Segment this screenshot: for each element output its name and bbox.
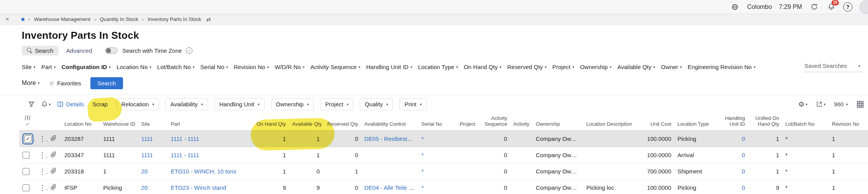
cell-handling-unit-id-link[interactable]: 0 xyxy=(742,184,745,191)
filter-chip-engineering-revision-no[interactable]: Engineering Revision No▾ xyxy=(688,64,755,70)
cell-serial-no-link[interactable]: * xyxy=(421,168,424,175)
filter-chip-site[interactable]: Site▾ xyxy=(22,64,35,70)
col-availability-control[interactable]: Availability Control xyxy=(361,113,418,131)
filter-chip-available-qty[interactable]: Available Qty▾ xyxy=(617,64,655,70)
timezone-toggle[interactable] xyxy=(105,47,118,54)
filter-chip-owner[interactable]: Owner▾ xyxy=(661,64,682,70)
col-warehouse-id[interactable]: Warehouse ID xyxy=(100,113,138,131)
cell-handling-unit-id-link[interactable]: 0 xyxy=(742,135,745,142)
availability-menu-button[interactable]: Availability▾ xyxy=(165,98,208,110)
filter-chip-handling-unit-id[interactable]: Handling Unit ID▾ xyxy=(366,64,412,70)
row-checkbox-checked[interactable]: ✓ xyxy=(24,135,31,142)
col-project[interactable]: Project xyxy=(457,113,482,131)
table-row[interactable]: ⋮ 203318 1 20 ETO10 - WINCH, 10 tons 1 0… xyxy=(19,163,868,180)
sync-user-icon[interactable] xyxy=(809,2,819,12)
col-reserved-qty[interactable]: Reserved Qty xyxy=(323,113,361,131)
breadcrumb-item-inventory-parts-in-stock[interactable]: Inventory Parts In Stock xyxy=(148,16,201,22)
filter-chip-reserved-qty[interactable]: Reserved Qty▾ xyxy=(507,64,546,70)
col-location-no[interactable]: Location No xyxy=(61,113,100,131)
cell-availability-control-link[interactable]: DE04 - Alle Teile g… xyxy=(364,184,418,191)
filter-chip-on-hand-qty[interactable]: On Hand Qty▾ xyxy=(464,64,501,70)
saved-searches-dropdown[interactable]: Saved Searches ▾ xyxy=(804,62,863,72)
col-unit-cost[interactable]: Unit Cost xyxy=(634,113,674,131)
cell-part-link[interactable]: 1111 - 1111 xyxy=(171,135,199,142)
close-icon[interactable]: × xyxy=(5,16,9,23)
project-menu-button[interactable]: Project▾ xyxy=(320,98,353,110)
col-serial-no[interactable]: Serial No xyxy=(418,113,457,131)
col-handling-unit-id[interactable]: Handling Unit ID xyxy=(719,113,748,131)
grid-view-icon[interactable] xyxy=(856,100,864,108)
filter-chip-revision-no[interactable]: Revision No▾ xyxy=(234,64,269,70)
attachment-paperclip-icon[interactable] xyxy=(50,135,57,141)
table-row[interactable]: ⋮ IFSP Picking 20 ETO23 - Winch stand 9 … xyxy=(19,180,868,194)
row-menu-icon[interactable]: ⋮ xyxy=(39,135,47,143)
col-activity[interactable]: Activity xyxy=(510,113,533,131)
tab-advanced[interactable]: Advanced xyxy=(66,47,92,54)
row-menu-icon[interactable]: ⋮ xyxy=(39,168,47,175)
alerts-bell-icon[interactable]: ▾ xyxy=(41,101,51,107)
filter-chip-location-no[interactable]: Location No▾ xyxy=(116,64,151,70)
row-checkbox[interactable] xyxy=(23,168,29,175)
col-location-type[interactable]: Location Type xyxy=(674,113,719,131)
cell-part-link[interactable]: ETO10 - WINCH, 10 tons xyxy=(171,168,236,175)
search-button[interactable]: Search xyxy=(90,77,123,89)
filter-chip-location-type[interactable]: Location Type▾ xyxy=(418,64,458,70)
more-filters-dropdown[interactable]: More▾ xyxy=(22,80,40,87)
attachment-paperclip-icon[interactable] xyxy=(50,184,57,190)
table-row[interactable]: ✓ ⋮ 203287 1111 1111 1111 - 1111 1 1 0 D… xyxy=(19,131,868,147)
row-menu-icon[interactable]: ⋮ xyxy=(39,151,47,159)
cell-part-link[interactable]: 1111 - 1111 xyxy=(171,152,199,158)
cell-site-link[interactable]: 20 xyxy=(141,184,148,191)
info-icon[interactable]: i xyxy=(186,47,192,54)
table-row[interactable]: ⋮ 203347 1111 1111 1111 - 1111 1 1 0 * 0… xyxy=(19,147,868,163)
filter-chip-serial-no[interactable]: Serial No▾ xyxy=(200,64,228,70)
relocation-menu-button[interactable]: Relocation▾ xyxy=(116,98,159,110)
filter-chip-activity-sequence[interactable]: Activity Sequence▾ xyxy=(310,64,360,70)
col-on-hand-qty[interactable]: On Hand Qty xyxy=(250,113,289,131)
filter-chip-lot-batch-no[interactable]: Lot/Batch No▾ xyxy=(157,64,194,70)
select-all-header[interactable]: (1) ✓ xyxy=(19,113,36,131)
page-size-dropdown[interactable]: 960▾ xyxy=(834,101,848,107)
cell-serial-no-link[interactable]: * xyxy=(421,184,424,191)
help-icon[interactable]: ? xyxy=(843,2,852,12)
favorites-button[interactable]: ☆ Favorites xyxy=(49,80,81,87)
user-avatar[interactable] xyxy=(859,0,868,14)
details-button[interactable]: Details xyxy=(57,101,84,107)
refresh-icon[interactable]: ⇄ xyxy=(206,16,211,23)
handling-unit-menu-button[interactable]: Handling Unit▾ xyxy=(214,98,265,110)
bell-icon[interactable]: 25 xyxy=(826,2,836,12)
filter-chip-ownership[interactable]: Ownership▾ xyxy=(580,64,612,70)
cell-serial-no-link[interactable]: * xyxy=(421,135,424,142)
quality-menu-button[interactable]: Quality▾ xyxy=(360,98,393,110)
export-dropdown[interactable]: ▾ xyxy=(816,101,826,107)
filter-chip-project[interactable]: Project▾ xyxy=(552,64,574,70)
col-available-qty[interactable]: Available Qty xyxy=(289,113,323,131)
col-location-description[interactable]: Location Description xyxy=(583,113,634,131)
attachment-paperclip-icon[interactable] xyxy=(50,151,57,158)
breadcrumb-item-warehouse-management[interactable]: Warehouse Management xyxy=(34,16,90,22)
col-unified-on-hand-qty[interactable]: Unified On Hand Qty xyxy=(748,113,782,131)
breadcrumb-item-quantity-in-stock[interactable]: Quantity In Stock xyxy=(100,16,138,22)
cell-availability-control-link[interactable]: DE05 - Restbestan… xyxy=(364,135,418,142)
cell-handling-unit-id-link[interactable]: 0 xyxy=(742,168,745,175)
row-menu-icon[interactable]: ⋮ xyxy=(39,184,47,192)
filter-chip-configuration-id[interactable]: Configuration ID▾ xyxy=(61,64,111,70)
row-checkbox[interactable] xyxy=(23,184,29,191)
cell-site-link[interactable]: 1111 xyxy=(141,135,153,142)
cell-part-link[interactable]: ETO23 - Winch stand xyxy=(171,184,226,191)
ownership-menu-button[interactable]: Ownership▾ xyxy=(271,98,314,110)
col-revision-no[interactable]: Revision No xyxy=(829,113,868,131)
cell-handling-unit-id-link[interactable]: 0 xyxy=(742,152,745,158)
cell-serial-no-link[interactable]: * xyxy=(421,152,424,158)
col-lot-batch-no[interactable]: Lot/Batch No xyxy=(782,113,829,131)
search-tab[interactable]: Search xyxy=(22,46,59,55)
row-checkbox[interactable] xyxy=(23,152,29,159)
col-ownership[interactable]: Ownership xyxy=(533,113,583,131)
cell-site-link[interactable]: 1111 xyxy=(141,152,153,158)
print-menu-button[interactable]: Print▾ xyxy=(399,98,426,110)
cell-site-link[interactable]: 20 xyxy=(141,168,148,175)
col-activity-sequence[interactable]: Activity Sequence xyxy=(482,113,510,131)
settings-dropdown[interactable]: ⚙▾ xyxy=(798,101,807,108)
scrap-button[interactable]: Scrap xyxy=(90,99,110,109)
col-site[interactable]: Site xyxy=(138,113,168,131)
